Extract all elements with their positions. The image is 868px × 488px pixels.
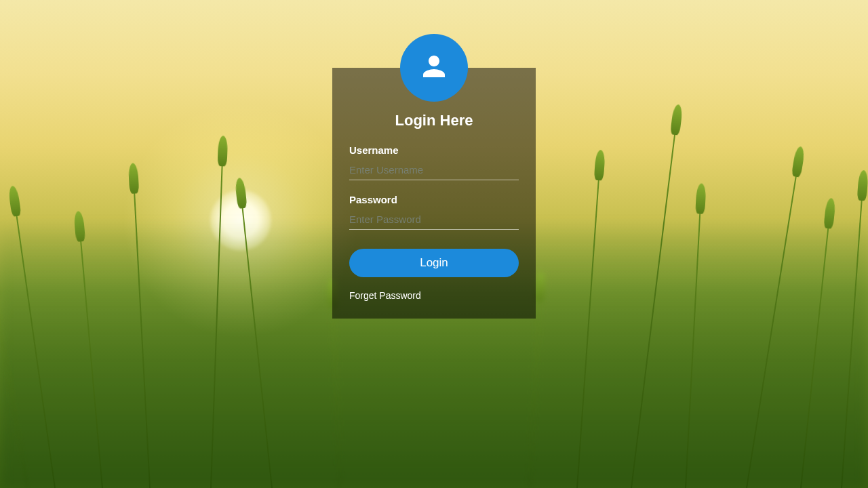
avatar-circle	[400, 34, 468, 102]
login-card: Login Here Username Password Login Forge…	[332, 68, 536, 319]
person-icon	[418, 50, 450, 85]
password-group: Password	[349, 194, 519, 230]
username-group: Username	[349, 144, 519, 180]
username-input[interactable]	[349, 160, 519, 180]
forget-password-link[interactable]: Forget Password	[349, 290, 421, 301]
username-label: Username	[349, 144, 519, 156]
password-label: Password	[349, 194, 519, 205]
password-input[interactable]	[349, 209, 519, 230]
login-title: Login Here	[349, 112, 519, 129]
login-button[interactable]: Login	[349, 249, 519, 277]
